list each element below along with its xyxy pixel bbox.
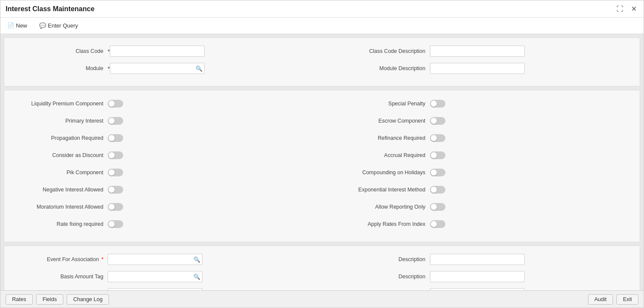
change-log-button[interactable]: Change Log [67,294,109,305]
compounding-on-holidays-toggle[interactable] [430,169,445,176]
toggle-row-negative-interest-allowed: Negative Interest Allowed [13,183,318,196]
accrual-required-label: Accrual Required [327,152,430,158]
new-button[interactable]: 📄 New [6,22,29,30]
section3-right: Description Description Penalty Start Da… [327,253,632,290]
event-for-association-label: Event For Association * [13,256,108,262]
liquidity-premium-component-label: Liquidity Premium Component [13,101,108,107]
bottom-bar: Rates Fields Change Log Audit Exit [0,290,644,308]
special-penalty-toggle[interactable] [430,100,445,108]
allow-reporting-only-toggle[interactable] [430,203,445,211]
event-for-association-search-button[interactable]: 🔍 [192,256,202,264]
toggle-row-pik-component: Pik Component [13,166,318,179]
class-code-label: Class Code [13,48,108,54]
description1-row: Description [327,253,632,266]
query-icon: 💬 [39,22,46,29]
title-bar: Interest Class Maintenance ⛶ ✕ [0,0,644,18]
bottom-bar-right: Audit Exit [588,294,638,305]
apply-rates-from-index-toggle[interactable] [430,220,445,228]
consider-as-discount-toggle[interactable] [108,151,123,159]
toggle-row-allow-reporting-only: Allow Reporting Only [327,200,632,213]
fields-button[interactable]: Fields [36,294,63,305]
basis-amount-tag-row: Basis Amount Tag 🔍 [13,270,318,283]
toggle-row-consider-as-discount: Consider as Discount [13,149,318,162]
accrual-required-toggle[interactable] [430,151,445,159]
enter-query-button[interactable]: 💬 Enter Query [37,22,80,30]
toggles-left: Liquidity Premium Component Primary Inte… [13,97,318,235]
consider-as-discount-label: Consider as Discount [13,152,108,158]
penalty-start-date-basis-row: Penalty Start Date Basis [327,287,632,290]
exit-button[interactable]: Exit [616,294,638,305]
escrow-component-label: Escrow Component [327,118,430,124]
basis-amount-tag-search-button[interactable]: 🔍 [192,273,202,281]
module-search-button[interactable]: 🔍 [194,65,204,73]
class-code-description-label: Class Code Description [327,48,430,54]
main-content: Class Code* Module* 🔍 Class Code Descrip… [0,34,644,290]
toolbar: 📄 New 💬 Enter Query [0,18,644,34]
toggle-row-apply-rates-from-index: Apply Rates From Index [327,218,632,231]
close-button[interactable]: ✕ [629,4,638,14]
apply-rates-from-index-label: Apply Rates From Index [327,221,430,227]
basis-amount-tag-label: Basis Amount Tag [13,274,108,280]
class-code-row: Class Code* [13,45,318,58]
module-input[interactable] [110,63,194,74]
toggle-row-special-penalty: Special Penalty [327,97,632,110]
audit-button[interactable]: Audit [588,294,613,305]
escrow-component-toggle[interactable] [430,117,445,125]
rate-fixing-required-toggle[interactable] [108,220,123,228]
module-description-input[interactable] [430,63,525,74]
primary-interest-label: Primary Interest [13,118,108,124]
description1-label: Description [327,256,430,262]
refinance-required-label: Refinance Required [327,135,430,141]
module-row: Module* 🔍 [13,62,318,75]
main-window: Interest Class Maintenance ⛶ ✕ 📄 New 💬 E… [0,0,644,308]
section3-left: Event For Association * 🔍 Basis Amount T… [13,253,318,290]
negative-interest-allowed-label: Negative Interest Allowed [13,187,108,193]
toggle-row-compounding-on-holidays: Compounding on Holidays [327,166,632,179]
section-right-class: Class Code Description Module Descriptio… [327,45,632,79]
basis-amount-category-row: Basis Amount Category [13,287,318,290]
exponential-interest-method-toggle[interactable] [430,186,445,194]
pik-component-label: Pik Component [13,169,108,176]
exponential-interest-method-label: Exponential Interest Method [327,187,430,193]
section-event-basis: Event For Association * 🔍 Basis Amount T… [4,246,640,290]
toggle-row-liquidity-premium-component: Liquidity Premium Component [13,97,318,110]
window-title: Interest Class Maintenance [6,5,94,13]
module-description-row: Module Description [327,62,632,75]
description2-input[interactable] [430,271,525,282]
toggle-row-escrow-component: Escrow Component [327,114,632,127]
special-penalty-label: Special Penalty [327,101,430,107]
description1-input[interactable] [430,254,525,265]
pik-component-toggle[interactable] [108,169,123,176]
compounding-on-holidays-label: Compounding on Holidays [327,169,430,176]
module-label: Module [13,65,108,71]
rates-button[interactable]: Rates [6,294,33,305]
toggles-right: Special Penalty Escrow Component [327,97,632,235]
module-input-wrapper: 🔍 [110,63,205,74]
section-left-class: Class Code* Module* 🔍 [13,45,318,79]
toggle-row-primary-interest: Primary Interest [13,114,318,127]
refinance-required-toggle[interactable] [430,134,445,142]
title-bar-left: Interest Class Maintenance [6,5,94,13]
section-class-code: Class Code* Module* 🔍 Class Code Descrip… [4,37,640,86]
toggle-row-rate-fixing-required: Rate fixing required [13,218,318,231]
propagation-required-toggle[interactable] [108,134,123,142]
new-icon: 📄 [7,22,14,29]
allow-reporting-only-label: Allow Reporting Only [327,204,430,210]
class-code-description-row: Class Code Description [327,45,632,58]
toggle-row-moratorium-interest-allowed: Moratorium Interest Allowed [13,200,318,213]
class-code-description-input[interactable] [430,46,525,57]
negative-interest-allowed-toggle[interactable] [108,186,123,194]
event-for-association-input[interactable] [108,254,192,265]
class-code-input[interactable] [110,46,205,57]
basis-amount-tag-input[interactable] [108,271,192,282]
toggle-row-refinance-required: Refinance Required [327,132,632,145]
description2-row: Description [327,270,632,283]
propagation-required-label: Propagation Required [13,135,108,141]
liquidity-premium-component-toggle-container [108,100,123,108]
liquidity-premium-component-toggle[interactable] [108,100,123,108]
section-toggles: Liquidity Premium Component Primary Inte… [4,90,640,242]
moratorium-interest-allowed-toggle[interactable] [108,203,123,211]
primary-interest-toggle[interactable] [108,117,123,125]
event-for-association-row: Event For Association * 🔍 [13,253,318,266]
maximize-button[interactable]: ⛶ [615,4,625,14]
